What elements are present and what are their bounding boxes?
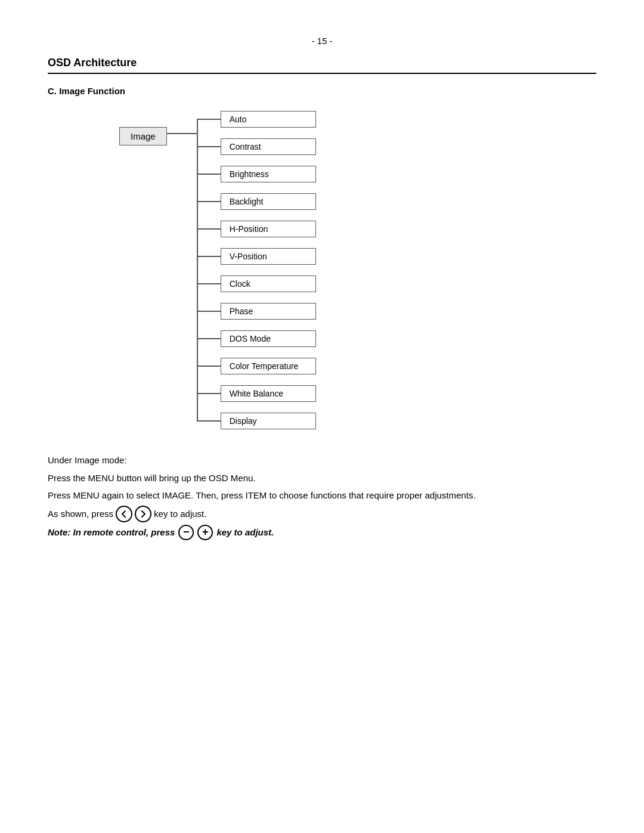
branch-h-line bbox=[197, 146, 221, 147]
press-line: As shown, press key to adjust. bbox=[48, 506, 596, 522]
menu-item-v-position: V-Position bbox=[221, 248, 316, 265]
branch-row: DOS Mode bbox=[197, 325, 316, 352]
menu-item-clock: Clock bbox=[221, 275, 316, 292]
menu-item-h-position: H-Position bbox=[221, 221, 316, 237]
note-line-1: Under Image mode: bbox=[48, 453, 596, 468]
remote-note-suffix: key to adjust. bbox=[216, 525, 274, 540]
branch-h-line bbox=[197, 338, 221, 339]
menu-item-contrast: Contrast bbox=[221, 138, 316, 155]
h-connector bbox=[167, 133, 197, 134]
key-to-adjust-text: key to adjust. bbox=[154, 506, 206, 522]
section-title: OSD Architecture bbox=[48, 57, 596, 74]
diagram-container: Image AutoContrastBrightnessBacklightH-P… bbox=[119, 106, 596, 435]
branch-h-line bbox=[197, 256, 221, 257]
menu-item-backlight: Backlight bbox=[221, 193, 316, 210]
branch-row: Contrast bbox=[197, 133, 316, 160]
remote-note-line: Note: In remote control, press − + key t… bbox=[48, 525, 596, 540]
notes-section: Under Image mode: Press the MENU button … bbox=[48, 453, 596, 540]
as-shown-text: As shown, press bbox=[48, 506, 113, 522]
branch-row: H-Position bbox=[197, 215, 316, 243]
menu-item-color-temperature: Color Temperature bbox=[221, 358, 316, 374]
branch-row: Clock bbox=[197, 270, 316, 298]
branch-row: Phase bbox=[197, 298, 316, 325]
branch-row: Brightness bbox=[197, 160, 316, 188]
branch-h-line bbox=[197, 119, 221, 120]
branch-h-line bbox=[197, 174, 221, 175]
branch-row: Display bbox=[197, 407, 316, 435]
branch-row: White Balance bbox=[197, 380, 316, 407]
note-line-2: Press the MENU button will bring up the … bbox=[48, 470, 596, 486]
left-arrow-icon bbox=[116, 506, 132, 522]
tree-structure: AutoContrastBrightnessBacklightH-Positio… bbox=[197, 106, 316, 435]
note-line-3: Press MENU again to select IMAGE. Then, … bbox=[48, 488, 596, 503]
right-arrow-icon bbox=[135, 506, 151, 522]
vertical-line bbox=[197, 119, 198, 421]
branch-row: Auto bbox=[197, 106, 316, 133]
menu-item-phase: Phase bbox=[221, 303, 316, 320]
minus-icon: − bbox=[178, 525, 194, 540]
subsection-title: C. Image Function bbox=[48, 86, 596, 96]
menu-item-brightness: Brightness bbox=[221, 166, 316, 182]
branch-h-line bbox=[197, 420, 221, 422]
image-node: Image bbox=[119, 127, 167, 145]
branch-h-line bbox=[197, 393, 221, 394]
branch-h-line bbox=[197, 283, 221, 284]
page-number: - 15 - bbox=[48, 36, 596, 46]
menu-item-white-balance: White Balance bbox=[221, 385, 316, 402]
menu-item-auto: Auto bbox=[221, 111, 316, 128]
menu-item-dos-mode: DOS Mode bbox=[221, 330, 316, 347]
branch-h-line bbox=[197, 311, 221, 312]
plus-icon: + bbox=[197, 525, 213, 540]
branch-row: Backlight bbox=[197, 188, 316, 215]
branch-h-line bbox=[197, 228, 221, 230]
branch-h-line bbox=[197, 201, 221, 202]
branch-h-line bbox=[197, 366, 221, 367]
menu-item-display: Display bbox=[221, 413, 316, 429]
branches: AutoContrastBrightnessBacklightH-Positio… bbox=[197, 106, 316, 435]
remote-note-prefix: Note: In remote control, press bbox=[48, 525, 175, 540]
branch-row: Color Temperature bbox=[197, 352, 316, 380]
branch-row: V-Position bbox=[197, 243, 316, 270]
